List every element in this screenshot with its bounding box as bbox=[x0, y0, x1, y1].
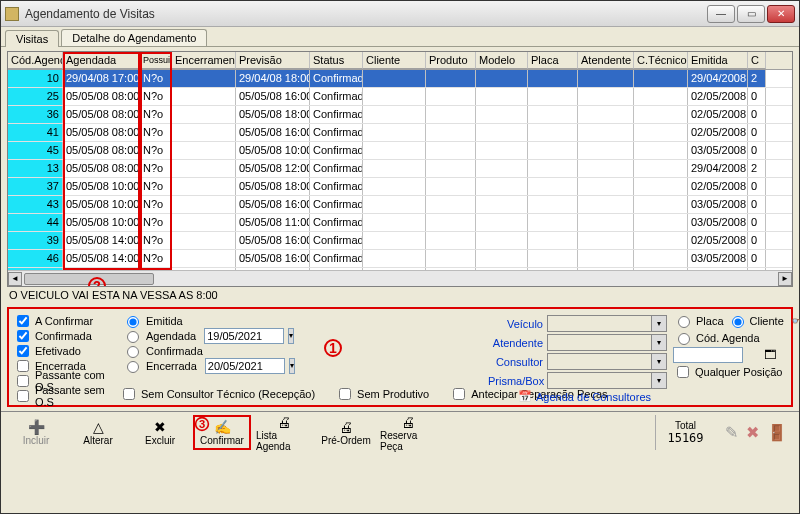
date-to-input[interactable] bbox=[205, 358, 285, 374]
cell bbox=[578, 250, 634, 267]
table-row[interactable]: 1305/05/08 08:00N?o05/05/08 12:00Confirm… bbox=[8, 160, 792, 178]
btn-excluir[interactable]: ✖Excluir bbox=[131, 415, 189, 450]
table-row[interactable]: 4305/05/08 10:00N?o05/05/08 16:00Confirm… bbox=[8, 196, 792, 214]
date-from-input[interactable] bbox=[204, 328, 284, 344]
cell: 0 bbox=[748, 178, 766, 195]
chk-sem-produtivo[interactable]: Sem Produtivo bbox=[335, 385, 429, 403]
col-emitida[interactable]: Emitida bbox=[688, 52, 748, 69]
table-row[interactable]: 3905/05/08 14:00N?o05/05/08 16:00Confirm… bbox=[8, 232, 792, 250]
btn-lista-agenda[interactable]: 🖨Lista Agenda bbox=[255, 415, 313, 450]
col-possui-teste[interactable]: Possui Teste bbox=[140, 52, 172, 69]
cell bbox=[172, 160, 236, 177]
grid-body[interactable]: 1029/04/08 17:00N?o29/04/08 18:00Confirm… bbox=[8, 70, 792, 270]
btn-confirmar[interactable]: 3 ✍Confirmar bbox=[193, 415, 251, 450]
cell: 05/05/08 08:00 bbox=[63, 124, 140, 141]
col-modelo[interactable]: Modelo bbox=[476, 52, 528, 69]
chk-passante-sem-os[interactable]: Passante sem O.S bbox=[13, 388, 118, 403]
delete-icon: ✖ bbox=[154, 419, 166, 435]
col-c[interactable]: C bbox=[748, 52, 766, 69]
chk-confirmada[interactable]: Confirmada bbox=[13, 328, 118, 343]
tab-visitas[interactable]: Visitas bbox=[5, 30, 59, 47]
cell bbox=[578, 106, 634, 123]
data-grid[interactable]: Cód.Agenda Agendada Possui Teste Encerra… bbox=[7, 51, 793, 287]
table-row[interactable]: 3605/05/08 08:00N?o05/05/08 18:00Confirm… bbox=[8, 106, 792, 124]
rdo-cod-agenda[interactable] bbox=[678, 333, 690, 345]
combo-atendente[interactable]: ▾ bbox=[547, 334, 667, 351]
cell bbox=[578, 88, 634, 105]
btn-reserva-peca[interactable]: 🖨Reserva Peça bbox=[379, 415, 437, 450]
btn-pre-ordem[interactable]: 🖨Pré-Ordem bbox=[317, 415, 375, 450]
info-line: O VEICULO VAI ESTA NA VESSA AS 8:00 bbox=[9, 289, 791, 301]
cell bbox=[172, 88, 236, 105]
rdo-agendada[interactable] bbox=[127, 331, 139, 343]
app-icon bbox=[5, 7, 19, 21]
chk-sem-consultor[interactable]: Sem Consultor Técnico (Recepção) bbox=[119, 385, 315, 403]
content-area: Visitas Detalhe do Agendamento Cód.Agend… bbox=[1, 27, 799, 513]
btn-alterar[interactable]: △Alterar bbox=[69, 415, 127, 450]
rdo-placa[interactable] bbox=[678, 316, 690, 328]
col-ctecnico[interactable]: C.Técnico bbox=[634, 52, 688, 69]
cell bbox=[528, 178, 578, 195]
table-row[interactable]: 4505/05/08 08:00N?o05/05/08 10:00Confirm… bbox=[8, 142, 792, 160]
filter-panel: 1 A Confirmar Confirmada Efetivado Encer… bbox=[7, 307, 793, 407]
rdo-emitida[interactable] bbox=[127, 316, 139, 328]
cell: N?o bbox=[140, 70, 172, 87]
edit-row-icon[interactable]: ✎ bbox=[725, 423, 738, 442]
cell: 29/04/2008 bbox=[688, 160, 748, 177]
cell bbox=[426, 160, 476, 177]
horizontal-scrollbar[interactable]: ◄ ► bbox=[8, 270, 792, 286]
cancel-icon[interactable]: ✖ bbox=[746, 423, 759, 442]
grid-config-icon[interactable]: 🗔 bbox=[760, 346, 780, 364]
col-atendente[interactable]: Atendente bbox=[578, 52, 634, 69]
cell bbox=[426, 214, 476, 231]
cell bbox=[634, 178, 688, 195]
maximize-button[interactable]: ▭ bbox=[737, 5, 765, 23]
minimize-button[interactable]: — bbox=[707, 5, 735, 23]
cell: 02/05/2008 bbox=[688, 232, 748, 249]
cell: 05/05/08 10:00 bbox=[63, 214, 140, 231]
search-input[interactable] bbox=[673, 347, 743, 363]
combo-consultor[interactable]: ▾ bbox=[547, 353, 667, 370]
table-row[interactable]: 4105/05/08 08:00N?o05/05/08 16:00Confirm… bbox=[8, 124, 792, 142]
rdo-encerrada[interactable] bbox=[127, 361, 139, 373]
cell bbox=[528, 250, 578, 267]
cell: 0 bbox=[748, 214, 766, 231]
col-produto[interactable]: Produto bbox=[426, 52, 476, 69]
btn-incluir[interactable]: ➕Incluir bbox=[7, 415, 65, 450]
table-row[interactable]: 4405/05/08 10:00N?o05/05/08 11:00Confirm… bbox=[8, 214, 792, 232]
col-status[interactable]: Status bbox=[310, 52, 363, 69]
scroll-left-arrow[interactable]: ◄ bbox=[8, 272, 22, 286]
table-row[interactable]: 1029/04/08 17:00N?o29/04/08 18:00Confirm… bbox=[8, 70, 792, 88]
cell bbox=[363, 214, 426, 231]
chk-a-confirmar[interactable]: A Confirmar bbox=[13, 313, 118, 328]
cell: N?o bbox=[140, 88, 172, 105]
cell bbox=[363, 160, 426, 177]
toolbar: ➕Incluir △Alterar ✖Excluir 3 ✍Confirmar … bbox=[1, 411, 799, 453]
combo-veiculo[interactable]: ▾ bbox=[547, 315, 667, 332]
link-agenda-consultores[interactable]: 📅 Agenda de Consultores bbox=[518, 390, 651, 403]
col-previsao[interactable]: Previsão bbox=[236, 52, 310, 69]
cell bbox=[363, 232, 426, 249]
table-row[interactable]: 3705/05/08 10:00N?o05/05/08 18:00Confirm… bbox=[8, 178, 792, 196]
col-cliente[interactable]: Cliente bbox=[363, 52, 426, 69]
cell: Confirmado bbox=[310, 88, 363, 105]
table-row[interactable]: 4605/05/08 14:00N?o05/05/08 16:00Confirm… bbox=[8, 250, 792, 268]
col-agendada[interactable]: Agendada bbox=[63, 52, 140, 69]
chk-qualquer-posicao[interactable] bbox=[677, 366, 689, 378]
tab-detalhe[interactable]: Detalhe do Agendamento bbox=[61, 29, 207, 46]
scroll-right-arrow[interactable]: ► bbox=[778, 272, 792, 286]
table-row[interactable]: 2505/05/08 08:00N?o05/05/08 16:00Confirm… bbox=[8, 88, 792, 106]
cell: 02/05/2008 bbox=[688, 124, 748, 141]
cell: 29/04/08 17:00 bbox=[63, 70, 140, 87]
cell bbox=[528, 196, 578, 213]
search-icon[interactable]: 👓 bbox=[791, 312, 800, 330]
col-cod-agenda[interactable]: Cód.Agenda bbox=[8, 52, 63, 69]
exit-icon[interactable]: 🚪 bbox=[767, 423, 787, 442]
rdo-cliente[interactable] bbox=[732, 316, 744, 328]
chk-efetivado[interactable]: Efetivado bbox=[13, 343, 118, 358]
col-placa[interactable]: Placa bbox=[528, 52, 578, 69]
cell: 25 bbox=[8, 88, 63, 105]
col-encerramento[interactable]: Encerramento bbox=[172, 52, 236, 69]
close-button[interactable]: ✕ bbox=[767, 5, 795, 23]
rdo-confirmada[interactable] bbox=[127, 346, 139, 358]
